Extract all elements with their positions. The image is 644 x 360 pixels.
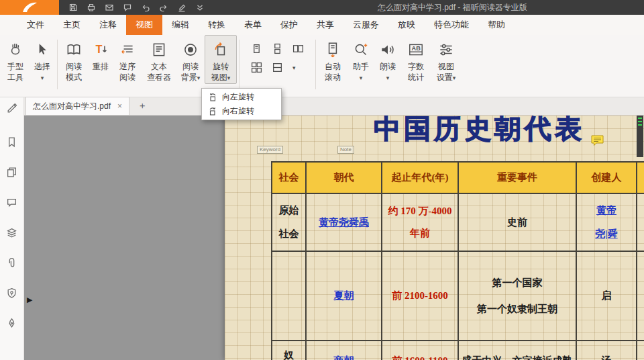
save-icon[interactable] — [68, 3, 78, 12]
annotation-tick — [638, 118, 642, 119]
layers-panel-icon[interactable] — [6, 227, 17, 238]
cell-period-3: 前 1600-1100 — [382, 341, 459, 360]
assistant-button[interactable]: 助手▾ — [347, 35, 374, 83]
vertical-scrollbar-thumb[interactable] — [637, 116, 643, 157]
menu-protect[interactable]: 保护 — [271, 15, 307, 35]
signature-panel-icon[interactable] — [6, 318, 17, 329]
cell-period-1: 约 170 万-4000年前 — [382, 194, 459, 252]
note-stamp: Note — [337, 146, 354, 154]
founder-link[interactable]: 黄帝 — [596, 204, 616, 217]
foxit-logo[interactable] — [0, 0, 59, 15]
redo-icon[interactable] — [159, 3, 168, 12]
cell-events-2: 第一个国家第一个奴隶制王朝 — [459, 252, 577, 341]
facing-page-view-icon[interactable] — [292, 43, 304, 54]
menu-home[interactable]: 主页 — [54, 15, 90, 35]
menu-file[interactable]: 文件 — [17, 15, 54, 35]
rotate-right-menu-item[interactable]: 向右旋转 — [202, 104, 281, 118]
note-annotation-icon[interactable] — [591, 135, 604, 146]
reflow-icon: T — [92, 40, 109, 60]
table-header-events: 重要事件 — [459, 163, 577, 194]
reverse-reading-icon — [119, 40, 136, 60]
attachments-panel-icon[interactable] — [6, 257, 17, 269]
table-header-society: 社会 — [272, 163, 307, 194]
menu-comment[interactable]: 注释 — [90, 15, 126, 35]
comments-panel-icon[interactable] — [6, 197, 17, 208]
menu-features[interactable]: 特色功能 — [425, 15, 478, 35]
customize-toolbar-chevron-icon[interactable] — [195, 3, 205, 12]
auto-scroll-icon — [324, 40, 341, 60]
cell-society-1: 原始社会 — [272, 194, 307, 252]
print-icon[interactable] — [87, 3, 96, 12]
page-layout-group: ▾ — [241, 35, 313, 73]
select-tool-button[interactable]: 选择▾ — [30, 35, 55, 83]
dropdown-arrow-icon: ▾ — [227, 75, 231, 81]
comment-icon[interactable] — [123, 3, 132, 12]
new-tab-button[interactable]: ＋ — [138, 100, 147, 112]
word-count-button[interactable]: AB 字数统计 — [401, 35, 431, 83]
rotate-view-button[interactable]: 旋转视图▾ — [205, 35, 237, 84]
view-settings-button[interactable]: 视图设置▾ — [431, 35, 462, 83]
cell-founder-1: 黄帝 尧|舜 — [577, 194, 637, 252]
menu-help[interactable]: 帮助 — [478, 15, 515, 35]
ribbon-separator — [57, 40, 58, 89]
cell-dynasty-1: 黄帝尧舜禹 — [307, 194, 382, 252]
highlighter-icon[interactable] — [177, 3, 186, 12]
read-aloud-button[interactable]: 朗读▾ — [374, 35, 401, 83]
cell-period-2: 前 2100-1600 — [382, 252, 459, 341]
menu-convert[interactable]: 转换 — [199, 15, 235, 35]
undo-icon[interactable] — [141, 3, 150, 12]
menu-share[interactable]: 共享 — [307, 15, 343, 35]
open-book-icon — [65, 40, 83, 60]
dynasty-link[interactable]: 商朝 — [334, 355, 354, 360]
reading-background-button[interactable]: 阅读背景▾ — [176, 35, 205, 83]
auto-scroll-button[interactable]: 自动滚动 — [318, 35, 347, 83]
menu-present[interactable]: 放映 — [388, 15, 425, 35]
window-title: 怎么面对高中学习.pdf - 福昕阅读器专业版 — [378, 0, 527, 15]
menu-edit[interactable]: 编辑 — [162, 15, 199, 35]
bookmarks-panel-icon[interactable] — [6, 136, 17, 148]
document-viewport: 中国历史朝代表 Keyword Note 社会 朝代 起止年代(年) 重要事件 … — [24, 116, 644, 360]
menu-view[interactable]: 视图 — [126, 15, 162, 35]
pages-panel-icon[interactable] — [6, 167, 17, 178]
single-page-view-icon[interactable] — [251, 43, 262, 54]
table-header-founder: 创建人 — [577, 163, 637, 194]
view-settings-icon — [437, 40, 455, 60]
sidebar-expand-arrow[interactable]: ▶ — [27, 296, 32, 304]
word-count-icon: AB — [407, 40, 425, 60]
text-viewer-icon — [150, 40, 168, 60]
ribbon-separator — [315, 40, 316, 89]
dynasty-link[interactable]: 夏朝 — [334, 289, 354, 302]
tab-close-icon[interactable]: × — [117, 101, 122, 111]
document-tab[interactable]: 怎么面对高中学习.pdf × — [25, 97, 129, 115]
cell-society-3: 奴 — [272, 341, 307, 360]
security-panel-icon[interactable] — [6, 287, 17, 299]
menu-form[interactable]: 表单 — [235, 15, 271, 35]
title-bar: 怎么面对高中学习.pdf - 福昕阅读器专业版 — [0, 0, 644, 15]
cell-extra-1 — [637, 194, 644, 252]
rotate-left-icon — [208, 93, 217, 102]
quick-access-toolbar — [68, 3, 205, 12]
reverse-reading-button[interactable]: 逆序阅读 — [113, 35, 142, 83]
reflow-button[interactable]: T 重排 — [88, 35, 113, 73]
ribbon-toolbar: 手型工具 选择▾ 阅读模式 T 重排 逆序阅读 — [0, 35, 644, 97]
quick-note-pencil-icon[interactable] — [6, 101, 17, 113]
pdf-page: 中国历史朝代表 Keyword Note 社会 朝代 起止年代(年) 重要事件 … — [225, 116, 644, 360]
read-mode-button[interactable]: 阅读模式 — [60, 35, 88, 83]
magnifier-assistant-icon — [352, 40, 370, 60]
email-icon[interactable] — [105, 3, 114, 12]
layout-dropdown-arrow-icon[interactable]: ▾ — [292, 64, 296, 71]
continuous-page-view-icon[interactable] — [272, 43, 283, 54]
rotate-left-menu-item[interactable]: 向左旋转 — [202, 90, 281, 104]
text-viewer-button[interactable]: 文本查看器 — [142, 35, 176, 83]
menu-cloud[interactable]: 云服务 — [343, 15, 388, 35]
hand-tool-button[interactable]: 手型工具 — [1, 35, 30, 83]
founder-link[interactable]: 尧|舜 — [595, 228, 617, 240]
cell-dynasty-3: 商朝 — [307, 341, 382, 360]
split-view-icon[interactable] — [272, 62, 283, 73]
keyword-stamp: Keyword — [257, 146, 283, 154]
dropdown-arrow-icon: ▾ — [386, 75, 390, 81]
foxit-feather-icon — [19, 1, 40, 14]
continuous-facing-view-icon[interactable] — [251, 62, 262, 73]
dynasty-link[interactable]: 黄帝尧舜禹 — [319, 216, 369, 229]
document-tab-title: 怎么面对高中学习.pdf — [33, 101, 111, 112]
